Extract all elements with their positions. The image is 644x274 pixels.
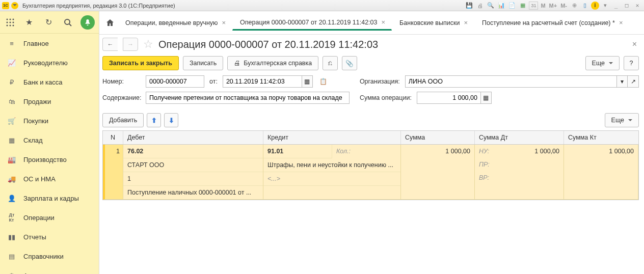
sidebar-item-reports[interactable]: ▮▮Отчеты: [0, 227, 99, 246]
preview-icon[interactable]: 🔍: [486, 2, 495, 10]
tab-close-icon[interactable]: ×: [221, 19, 227, 26]
date-icon[interactable]: 31: [529, 2, 538, 10]
save-icon[interactable]: 💾: [465, 2, 474, 10]
content-input[interactable]: [146, 92, 350, 104]
print-icon[interactable]: 🖨: [475, 2, 485, 10]
sidebar-item-sales[interactable]: 🛍Продажи: [0, 92, 99, 111]
calendar-picker-icon[interactable]: ▦: [302, 75, 313, 88]
maximize-button[interactable]: □: [622, 2, 631, 10]
search-icon[interactable]: [62, 16, 74, 29]
nu-kt-value[interactable]: 1 000,00: [609, 148, 634, 155]
sidebar-item-production[interactable]: 🏭Производство: [0, 150, 99, 169]
app-menu-dropdown[interactable]: [11, 2, 18, 9]
col-sumkt[interactable]: Сумма Кт: [564, 131, 638, 144]
document-icon[interactable]: 📋: [318, 75, 329, 88]
tab-close-icon[interactable]: ×: [618, 19, 624, 26]
col-credit[interactable]: Кредит: [263, 131, 401, 144]
pr-dt-value[interactable]: [498, 158, 564, 171]
sidebar-item-operations[interactable]: ДтКтОперации: [0, 208, 99, 227]
credit-account[interactable]: 91.01: [263, 145, 332, 158]
save-button[interactable]: Записать: [183, 56, 223, 70]
attach-button[interactable]: 📎: [342, 56, 357, 70]
sidebar-item-purchases[interactable]: 🛒Покупки: [0, 111, 99, 130]
nav-back-button[interactable]: ←: [102, 38, 118, 51]
bag-icon: 🛍: [7, 97, 16, 106]
info-icon[interactable]: i: [591, 2, 599, 10]
credit-subconto1[interactable]: Штрафы, пени и неустойки к получению ...: [263, 158, 400, 172]
debit-subconto3[interactable]: Поступление наличных 0000-000001 от ...: [123, 186, 263, 199]
memory-m[interactable]: М: [540, 3, 546, 9]
print-button[interactable]: 🖨Бухгалтерская справка: [227, 56, 318, 70]
sidebar-item-hr[interactable]: 👤Зарплата и кадры: [0, 188, 99, 208]
save-close-button[interactable]: Записать и закрыть: [102, 56, 179, 70]
sidebar-item-bank[interactable]: ₽Банк и касса: [0, 72, 99, 92]
col-n[interactable]: N: [103, 131, 123, 144]
table-row[interactable]: 1 76.02 СТАРТ ООО 1 Поступление наличных…: [103, 145, 638, 200]
table-header: N Дебет Кредит Сумма Сумма Дт Сумма Кт: [103, 131, 638, 145]
org-input[interactable]: [405, 75, 616, 88]
move-down-button[interactable]: ⬇: [164, 113, 178, 127]
zoom-icon[interactable]: ⊕: [570, 2, 579, 10]
add-row-button[interactable]: Добавить: [102, 113, 144, 127]
tab-operation[interactable]: Операция 0000-000007 от 20.11.2019 11:42…: [232, 15, 392, 31]
tab-bank[interactable]: Банковские выписки×: [392, 15, 474, 31]
cell-sum[interactable]: 1 000,00: [401, 145, 475, 200]
button-label: Записать и закрыть: [109, 60, 172, 67]
favorites-icon[interactable]: ★: [23, 16, 36, 29]
dropdown-icon[interactable]: ▾: [601, 2, 610, 10]
notifications-icon[interactable]: [81, 15, 95, 30]
sidebar-item-director[interactable]: 📈Руководителю: [0, 53, 99, 72]
close-button[interactable]: ✕: [633, 2, 642, 10]
sidebar-item-main[interactable]: ≡Главное: [0, 34, 99, 53]
favorite-star-icon[interactable]: ☆: [143, 38, 153, 51]
panel-icon[interactable]: ▯: [580, 2, 589, 10]
credit-subconto3[interactable]: [263, 186, 400, 199]
opsum-input[interactable]: [417, 92, 480, 104]
fax-icon[interactable]: 📄: [507, 2, 517, 10]
date-input-group: ▦: [223, 75, 313, 88]
memory-mplus[interactable]: М+: [548, 3, 558, 9]
home-tab[interactable]: [102, 19, 118, 27]
tab-close-icon[interactable]: ×: [381, 18, 387, 26]
sidebar-item-admin[interactable]: ⚙Администрирование: [0, 266, 99, 274]
nav-forward-button[interactable]: →: [123, 38, 138, 51]
credit-subconto2[interactable]: <...>: [263, 172, 400, 186]
gear-icon: ⚙: [7, 271, 16, 274]
col-debit[interactable]: Дебет: [123, 131, 263, 144]
tab-receipt[interactable]: Поступление на расчетный счет (создание)…: [474, 15, 629, 31]
debit-subconto2[interactable]: 1: [123, 172, 263, 186]
nu-dt-value[interactable]: 1 000,00: [498, 145, 564, 158]
memory-mminus[interactable]: М-: [559, 3, 568, 9]
tab-manual-ops[interactable]: Операции, введенные вручную×: [118, 15, 232, 31]
col-sumdt[interactable]: Сумма Дт: [475, 131, 564, 144]
more-button[interactable]: Еще: [585, 56, 620, 70]
apps-grid-icon[interactable]: [4, 16, 16, 29]
sidebar-item-warehouse[interactable]: ▦Склад: [0, 130, 99, 150]
help-button[interactable]: ?: [624, 56, 639, 70]
debit-subconto1[interactable]: СТАРТ ООО: [123, 158, 263, 172]
tree-button[interactable]: ⎌: [323, 56, 338, 70]
page-close-button[interactable]: ×: [630, 38, 639, 51]
table-more-button[interactable]: Еще: [605, 113, 639, 127]
number-input[interactable]: [146, 75, 204, 88]
tab-label: Операции, введенные вручную: [125, 19, 218, 26]
tab-close-icon[interactable]: ×: [463, 19, 469, 26]
open-ref-icon[interactable]: ↗: [628, 75, 639, 88]
dtkt-icon: ДтКт: [7, 213, 16, 222]
debit-account[interactable]: 76.02: [123, 145, 263, 158]
col-sum[interactable]: Сумма: [401, 131, 475, 144]
sidebar-item-label: Отчеты: [23, 233, 46, 241]
history-icon[interactable]: ↻: [42, 16, 55, 29]
calc-icon[interactable]: 📊: [497, 2, 506, 10]
date-input[interactable]: [223, 75, 302, 88]
sidebar-item-assets[interactable]: 🚚ОС и НМА: [0, 169, 99, 188]
cell-sumkt: 1 000,00: [564, 145, 638, 200]
calculator-icon[interactable]: ▦: [480, 92, 492, 104]
credit-qty-label[interactable]: Кол.:: [332, 145, 400, 158]
vr-dt-value[interactable]: [498, 171, 564, 184]
dropdown-icon[interactable]: ▾: [616, 75, 628, 88]
sidebar-item-catalogs[interactable]: ▤Справочники: [0, 246, 99, 266]
move-up-button[interactable]: ⬆: [147, 113, 161, 127]
calendar-icon[interactable]: ▦: [518, 2, 527, 10]
minimize-button[interactable]: _: [611, 2, 621, 10]
